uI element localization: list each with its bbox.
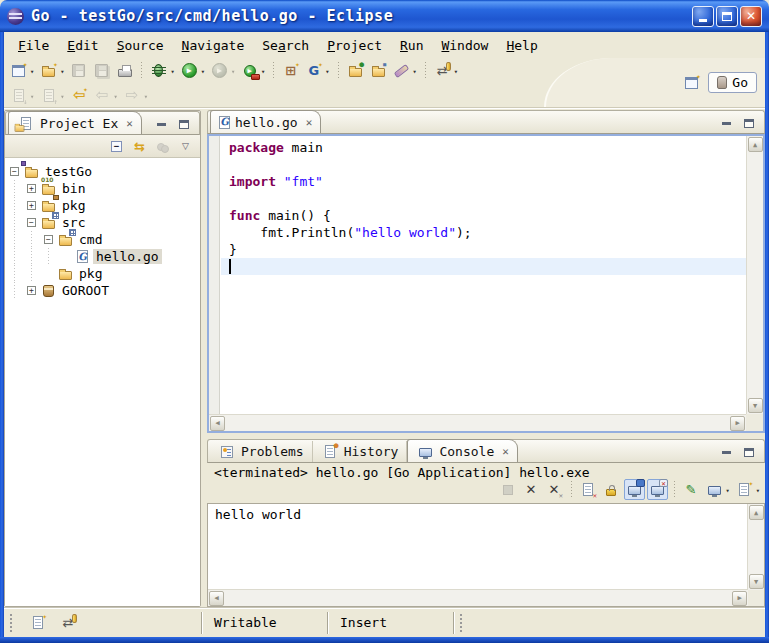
run-dropdown-icon[interactable]: ▾: [201, 68, 205, 76]
tab-hello-go[interactable]: G hello.go ✕: [210, 110, 321, 133]
close-button[interactable]: ✕: [740, 6, 762, 27]
open-type-button[interactable]: ●: [345, 60, 366, 81]
minimize-view-button[interactable]: [153, 117, 169, 131]
code-line[interactable]: fmt.Println("hello world");: [229, 224, 746, 241]
tree-item-bin[interactable]: +010bin: [5, 180, 200, 197]
close-editor-icon[interactable]: ✕: [306, 116, 313, 129]
close-view-icon[interactable]: ✕: [126, 117, 133, 130]
new-wizard-dropdown-icon[interactable]: ▾: [30, 68, 34, 76]
toggle-sync-button[interactable]: ⇄: [432, 60, 453, 81]
new-menu-dropdown-icon[interactable]: ▾: [60, 68, 64, 76]
tab-project-explorer[interactable]: Project Ex ✕: [8, 111, 142, 134]
tab-history[interactable]: ●History: [313, 441, 408, 462]
scroll-down-button[interactable]: ▼: [749, 574, 764, 589]
tree-item-pkg[interactable]: +pkg: [5, 197, 200, 214]
search-dropdown-icon[interactable]: ▾: [413, 68, 417, 76]
expander-icon[interactable]: +: [27, 286, 36, 295]
collapse-all-button[interactable]: −: [106, 136, 127, 157]
open-resource-button[interactable]: ▪: [368, 60, 389, 81]
tree-item-src[interactable]: −src: [5, 214, 200, 231]
menu-file[interactable]: File: [9, 35, 58, 56]
prev-annotation-dropdown-icon[interactable]: ▾: [60, 93, 64, 101]
menu-search[interactable]: Search: [253, 35, 318, 56]
minimize-editor-button[interactable]: [718, 116, 734, 130]
scroll-left-button[interactable]: ◀: [210, 416, 225, 431]
scroll-left-button[interactable]: ◀: [209, 591, 224, 606]
tree-item-hello-go[interactable]: Ghello.go: [5, 248, 200, 265]
expander-icon[interactable]: −: [10, 167, 19, 176]
title-bar[interactable]: Go - testGo/src/cmd/hello.go - Eclipse ✕: [0, 0, 769, 32]
debug-button[interactable]: [148, 60, 169, 81]
print-button[interactable]: [114, 60, 135, 81]
editor-vertical-scrollbar[interactable]: ▲ ▼: [746, 136, 763, 414]
code-line-current[interactable]: [221, 258, 746, 275]
toggle-sync-dropdown-icon[interactable]: ▾: [454, 68, 458, 76]
new-go-file-dropdown-icon[interactable]: ▾: [325, 68, 329, 76]
maximize-editor-button[interactable]: [741, 116, 757, 130]
fast-view-icon[interactable]: ✦: [29, 614, 47, 632]
scroll-lock-button[interactable]: [601, 479, 622, 500]
code-line[interactable]: [229, 190, 746, 207]
tree-item-cmd[interactable]: −cmd: [5, 231, 200, 248]
link-with-editor-button[interactable]: ⇆: [129, 136, 150, 157]
debug-dropdown-icon[interactable]: ▾: [170, 68, 174, 76]
editor-horizontal-scrollbar[interactable]: ◀ ▶: [209, 414, 746, 431]
display-console-button[interactable]: [704, 479, 725, 500]
remove-all-launches-button[interactable]: ✕✕: [544, 479, 565, 500]
tab-console[interactable]: Console✕: [407, 439, 517, 462]
external-tools-button[interactable]: ▶: [239, 60, 260, 81]
new-go-project-button[interactable]: ⊞✦: [280, 60, 301, 81]
pin-console-button[interactable]: ✎: [681, 479, 702, 500]
code-line[interactable]: package main: [229, 139, 746, 156]
run-button[interactable]: ▶: [179, 60, 200, 81]
drag-handle[interactable]: [460, 614, 463, 632]
tab-problems[interactable]: Problems: [210, 441, 313, 462]
expander-icon[interactable]: −: [27, 218, 36, 227]
scroll-right-button[interactable]: ▶: [732, 591, 747, 606]
forward-dropdown-icon[interactable]: ▾: [144, 93, 148, 101]
maximize-view-button[interactable]: [176, 117, 192, 131]
scroll-up-button[interactable]: ▲: [749, 505, 764, 520]
expander-icon[interactable]: +: [27, 201, 36, 210]
external-tools-dropdown-icon[interactable]: ▾: [261, 68, 265, 76]
view-menu-button[interactable]: ▽: [175, 136, 196, 157]
show-stderr-button[interactable]: ✕: [647, 479, 668, 500]
last-edit-location-button[interactable]: ⇦✦: [68, 85, 89, 106]
tree-item-goroot[interactable]: +GOROOT: [5, 282, 200, 299]
remove-launch-button[interactable]: ✕: [521, 479, 542, 500]
menu-edit[interactable]: Edit: [58, 35, 107, 56]
expander-icon[interactable]: −: [44, 235, 53, 244]
console-vertical-scrollbar[interactable]: ▲ ▼: [747, 504, 764, 590]
maximize-button[interactable]: [716, 6, 738, 27]
tree-item-pkg[interactable]: pkg: [5, 265, 200, 282]
menu-source[interactable]: Source: [108, 35, 173, 56]
clear-console-button[interactable]: ✕: [578, 479, 599, 500]
sync-icon[interactable]: ⇄: [59, 614, 77, 632]
open-console-button[interactable]: ✦: [734, 479, 755, 500]
drag-handle[interactable]: [10, 614, 13, 632]
console-output[interactable]: hello world: [208, 504, 764, 526]
back-dropdown-icon[interactable]: ▾: [113, 93, 117, 101]
code-line[interactable]: func main() {: [229, 207, 746, 224]
expander-icon[interactable]: +: [27, 184, 36, 193]
minimize-console-button[interactable]: [718, 445, 734, 459]
scroll-right-button[interactable]: ▶: [730, 416, 745, 431]
show-stdout-button[interactable]: [624, 479, 645, 500]
code-editor[interactable]: package mainimport "fmt"func main() { fm…: [221, 136, 746, 414]
code-line[interactable]: import "fmt": [229, 173, 746, 190]
close-view-icon[interactable]: ✕: [502, 445, 509, 458]
menu-run[interactable]: Run: [391, 35, 432, 56]
next-annotation-dropdown-icon[interactable]: ▾: [30, 93, 34, 101]
new-wizard-button[interactable]: ✦: [8, 60, 29, 81]
menu-help[interactable]: Help: [497, 35, 546, 56]
console-horizontal-scrollbar[interactable]: ◀ ▶: [208, 589, 748, 606]
menu-navigate[interactable]: Navigate: [173, 35, 254, 56]
code-line[interactable]: }: [229, 241, 746, 258]
new-menu-button[interactable]: ✦: [38, 60, 59, 81]
tree-item-testgo[interactable]: −testGo: [5, 163, 200, 180]
menu-project[interactable]: Project: [318, 35, 391, 56]
run-config-dropdown-icon[interactable]: ▾: [231, 68, 235, 76]
open-console-dropdown-icon[interactable]: ▾: [756, 487, 760, 495]
display-console-dropdown-icon[interactable]: ▾: [726, 487, 730, 495]
maximize-console-button[interactable]: [741, 445, 757, 459]
